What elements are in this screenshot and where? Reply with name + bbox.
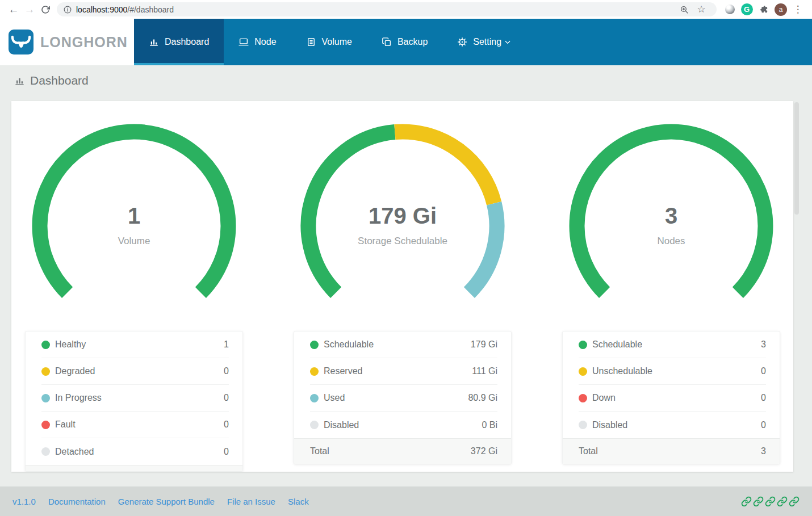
bookmark-star-button[interactable]: ☆: [694, 3, 708, 16]
legend-row-disabled: Disabled 0: [579, 412, 766, 438]
tab-label: Dashboard: [165, 37, 209, 47]
volume-label: Volume: [32, 236, 236, 247]
nodes-donut-chart: 3 Nodes: [569, 124, 773, 305]
legend-row-reserved: Reserved 111 Gi: [310, 358, 497, 385]
server-icon: [306, 37, 316, 47]
dashboard-content-card: 1 Volume Healthy 1 Degraded 0: [11, 101, 793, 472]
nodes-donut-center: 3 Nodes: [569, 203, 773, 247]
puzzle-icon: [759, 5, 769, 14]
main-nav: Dashboard Node Volume: [134, 19, 812, 65]
browser-profile-button[interactable]: a: [774, 3, 788, 16]
grammarly-icon: G: [741, 3, 753, 15]
file-an-issue-link[interactable]: File an Issue: [227, 497, 275, 506]
extension-ball-button[interactable]: [723, 3, 736, 16]
documentation-link[interactable]: Documentation: [48, 497, 106, 506]
tab-backup[interactable]: Backup: [367, 19, 442, 65]
brand-block[interactable]: LONGHORN: [0, 19, 134, 65]
fault-dot: [41, 421, 50, 429]
disabled-dot: [579, 421, 587, 429]
kebab-menu-icon: ⋮: [793, 3, 803, 15]
down-dot: [579, 394, 587, 402]
nodes-legend-card: Schedulable 3 Unschedulable 0 Down 0: [562, 331, 780, 464]
laptop-icon: [238, 37, 249, 47]
volume-legend-card: Healthy 1 Degraded 0 In Progress 0: [25, 331, 243, 472]
volume-legend-rows: Healthy 1 Degraded 0 In Progress 0: [26, 332, 242, 465]
reserved-dot: [310, 367, 319, 376]
legend-row-down: Down 0: [579, 385, 766, 412]
storage-amount: 179 Gi: [300, 203, 505, 229]
volume-donut-center: 1 Volume: [32, 203, 236, 247]
generate-support-bundle-link[interactable]: Generate Support Bundle: [118, 497, 215, 506]
legend-row-schedulable: Schedulable 179 Gi: [310, 332, 497, 358]
link-icon[interactable]: [753, 496, 764, 507]
nodes-chart-panel: 3 Nodes Schedulable 3 Unschedulable 0: [562, 124, 780, 472]
schedulable-dot: [310, 341, 319, 349]
footer-links: v1.1.0 Documentation Generate Support Bu…: [12, 497, 309, 506]
link-icon[interactable]: [765, 496, 776, 507]
browser-back-button[interactable]: ←: [6, 2, 22, 18]
browser-menu-button[interactable]: ⋮: [791, 3, 805, 16]
page-title-row: Dashboard: [14, 74, 89, 87]
zoom-magnifier-icon: [680, 5, 689, 14]
star-icon: ☆: [697, 3, 705, 15]
storage-donut-center: 179 Gi Storage Schedulable: [300, 203, 505, 247]
link-icon[interactable]: [777, 496, 788, 507]
nodes-count: 3: [569, 203, 773, 229]
legend-row-schedulable: Schedulable 3: [579, 332, 766, 358]
schedulable-dot: [579, 341, 587, 349]
unschedulable-dot: [579, 367, 587, 376]
volume-chart-panel: 1 Volume Healthy 1 Degraded 0: [25, 124, 243, 472]
url-text: localhost:9000/#/dashboard: [76, 5, 174, 14]
page-title: Dashboard: [30, 74, 89, 87]
page-info-icon[interactable]: [64, 6, 72, 14]
browser-reload-button[interactable]: [37, 2, 53, 18]
storage-legend-card: Schedulable 179 Gi Reserved 111 Gi Used …: [294, 331, 512, 464]
charts-row: 1 Volume Healthy 1 Degraded 0: [11, 101, 793, 472]
legend-row-degraded: Degraded 0: [41, 358, 229, 385]
ball-icon: [725, 5, 735, 14]
link-icon[interactable]: [741, 496, 752, 507]
link-icon[interactable]: [789, 496, 800, 507]
url-bar[interactable]: localhost:9000/#/dashboard ☆: [57, 2, 717, 16]
legend-row-disabled: Disabled 0 Bi: [310, 412, 497, 438]
browser-forward-button[interactable]: →: [22, 2, 37, 18]
legend-row-in-progress: In Progress 0: [41, 385, 229, 412]
footer-link-icons: [741, 496, 800, 507]
degraded-dot: [41, 367, 50, 376]
volume-total-row-clipped: [26, 465, 242, 471]
storage-total-row: Total 372 Gi: [294, 438, 511, 464]
slack-link[interactable]: Slack: [288, 497, 309, 506]
reload-icon: [41, 5, 50, 14]
tab-volume[interactable]: Volume: [291, 19, 367, 65]
zoom-page-button[interactable]: [677, 3, 691, 16]
grammarly-extension-button[interactable]: G: [740, 3, 754, 16]
bar-chart-icon: [149, 37, 159, 47]
detached-dot: [41, 447, 50, 456]
app-header: LONGHORN Dashboard Node: [0, 19, 812, 65]
copy-icon: [382, 37, 392, 47]
storage-legend-rows: Schedulable 179 Gi Reserved 111 Gi Used …: [294, 332, 511, 438]
url-host: localhost:9000: [76, 5, 127, 14]
longhorn-logo-icon: [9, 30, 34, 54]
used-dot: [310, 394, 319, 402]
version-link[interactable]: v1.1.0: [12, 497, 36, 506]
in-progress-dot: [41, 394, 50, 402]
legend-row-healthy: Healthy 1: [41, 332, 229, 358]
scrollbar-thumb[interactable]: [794, 102, 799, 215]
volume-donut-chart: 1 Volume: [32, 124, 236, 305]
chevron-down-icon: [504, 38, 512, 46]
tab-label: Backup: [397, 37, 428, 47]
tab-node[interactable]: Node: [224, 19, 291, 65]
healthy-dot: [41, 341, 50, 349]
nodes-legend-rows: Schedulable 3 Unschedulable 0 Down 0: [563, 332, 780, 438]
app-footer: v1.1.0 Documentation Generate Support Bu…: [0, 486, 812, 516]
legend-row-fault: Fault 0: [41, 412, 229, 438]
nodes-label: Nodes: [569, 236, 773, 247]
legend-row-unschedulable: Unschedulable 0: [579, 358, 766, 385]
disabled-dot: [310, 421, 319, 429]
tab-setting[interactable]: Setting: [442, 19, 526, 65]
browser-toolbar: ← → localhost:9000/#/dashboard ☆ G: [0, 0, 812, 19]
extensions-menu-button[interactable]: [757, 3, 771, 16]
legend-row-detached: Detached 0: [41, 438, 229, 465]
tab-dashboard[interactable]: Dashboard: [134, 19, 224, 65]
